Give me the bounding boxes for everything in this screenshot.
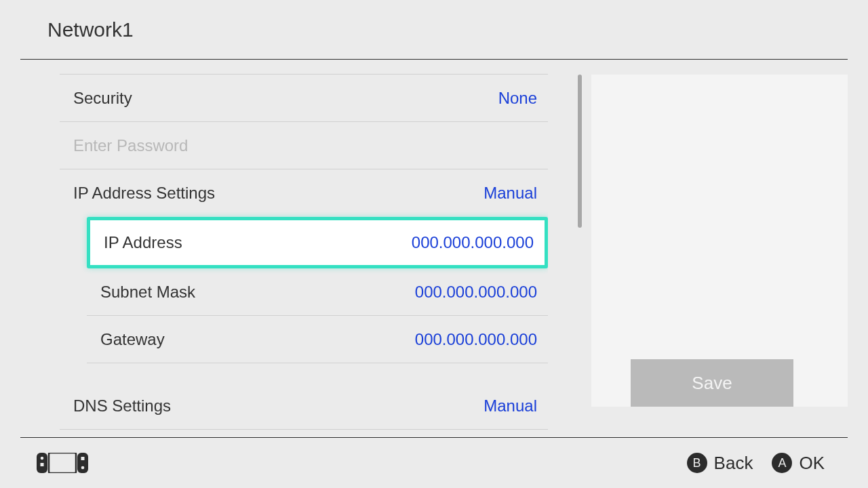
svg-point-1 <box>41 457 44 460</box>
svg-rect-4 <box>77 453 88 473</box>
dns-settings-row[interactable]: DNS Settings Manual <box>60 382 548 430</box>
footer-buttons: B Back A OK <box>687 453 825 474</box>
a-button-icon: A <box>772 453 792 473</box>
security-row[interactable]: Security None <box>60 75 548 122</box>
footer: B Back A OK <box>0 438 868 488</box>
page-title: Network1 <box>47 18 134 41</box>
ip-address-label: IP Address <box>104 233 182 252</box>
gateway-label: Gateway <box>100 330 165 349</box>
back-button[interactable]: B Back <box>687 453 753 474</box>
ip-settings-value: Manual <box>484 184 537 203</box>
subnet-mask-label: Subnet Mask <box>100 283 195 302</box>
svg-rect-3 <box>49 453 76 473</box>
ip-address-row[interactable]: IP Address 000.000.000.000 <box>87 217 548 268</box>
subnet-mask-row[interactable]: Subnet Mask 000.000.000.000 <box>87 268 548 316</box>
svg-rect-6 <box>81 457 85 460</box>
header: Network1 <box>0 0 868 60</box>
side-panel: Save <box>591 75 848 407</box>
password-label: Enter Password <box>73 136 188 155</box>
ssid-value: MySSID <box>477 60 537 60</box>
save-button[interactable]: Save <box>631 359 793 407</box>
settings-list: SSID MySSID Security None Enter Password… <box>60 60 548 438</box>
security-value: None <box>498 89 537 108</box>
dns-settings-label: DNS Settings <box>73 396 171 415</box>
ok-button[interactable]: A OK <box>772 453 825 474</box>
controller-icon <box>37 453 88 473</box>
gateway-row[interactable]: Gateway 000.000.000.000 <box>87 316 548 363</box>
svg-rect-2 <box>41 463 44 466</box>
scrollbar[interactable] <box>578 75 582 228</box>
security-label: Security <box>73 89 132 108</box>
b-button-icon: B <box>687 453 707 473</box>
ssid-row[interactable]: SSID MySSID <box>60 60 548 75</box>
subnet-mask-value: 000.000.000.000 <box>415 283 537 302</box>
ip-settings-row[interactable]: IP Address Settings Manual <box>60 169 548 217</box>
ip-settings-label: IP Address Settings <box>73 184 215 203</box>
gateway-value: 000.000.000.000 <box>415 330 537 349</box>
dns-settings-value: Manual <box>484 396 537 415</box>
svg-point-5 <box>81 466 85 470</box>
ok-label: OK <box>799 453 825 474</box>
back-label: Back <box>714 453 753 474</box>
ssid-label: SSID <box>73 60 111 60</box>
spacer <box>60 363 548 382</box>
ip-address-value: 000.000.000.000 <box>412 233 534 252</box>
password-row: Enter Password <box>60 122 548 169</box>
